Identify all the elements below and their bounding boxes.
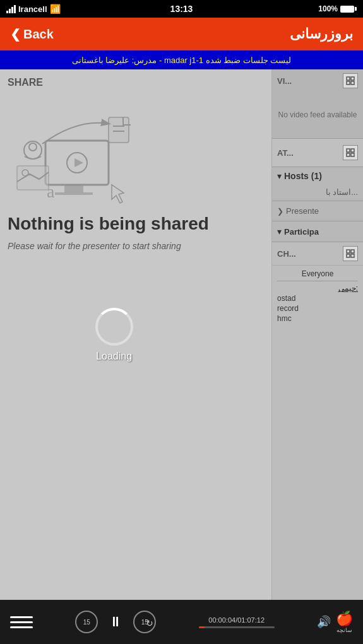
svg-marker-4 [74,158,83,167]
status-bar: Irancell 📶 13:13 100% [0,0,363,18]
presenter-section[interactable]: ❯ Presente [272,201,363,221]
total-time: 01:07:12 [237,616,265,624]
svg-rect-2 [55,192,93,195]
host-name: ...استاد با [272,185,363,201]
forward-button[interactable]: ↻ 15 [133,611,156,633]
chat-section: CH... Everyone :حیمی ostad record hmc [272,242,363,600]
progress-track[interactable] [199,626,275,628]
chat-msg-hmc: hmc [277,314,358,323]
presenter-label: Presente [286,206,319,216]
back-button[interactable]: ❮ Back [10,26,54,42]
back-chevron-icon: ❮ [10,26,21,42]
at-expand-icon [346,148,355,157]
chat-expand-icon [346,249,355,258]
bottom-toolbar: 15 ⏸ ↻ 15 00:00:04/01:07:12 🔊 🍎 سانچه [0,600,363,644]
share-illustration: a [8,93,140,207]
rewind-button[interactable]: 15 [75,611,98,633]
video-label: VI... [277,76,292,86]
loading-text: Loading [96,351,132,362]
video-expand-button[interactable] [343,73,358,88]
loading-spinner [95,308,133,346]
svg-rect-19 [351,149,354,152]
header-title: بروزرسانی [290,26,353,42]
hosts-section: ▾ Hosts (1) ...استاد با [272,167,363,201]
logo-text: سانچه [336,627,352,633]
signal-icon [6,4,16,13]
at-label: AT... [277,148,294,158]
header: ❮ Back بروزرسانی [0,18,363,50]
menu-line-3 [10,626,33,628]
battery-percent: 100% [318,4,338,13]
at-expand-button[interactable] [343,145,358,160]
time-display: 00:00:04/01:07:12 [208,616,265,624]
no-video-text: No video feed available [272,92,363,138]
svg-rect-10 [17,166,49,190]
svg-rect-24 [347,254,350,257]
rewind-label: 15 [83,619,90,626]
participants-collapse-icon: ▾ [277,226,282,237]
svg-rect-14 [347,77,350,80]
progress-fill [199,626,205,628]
svg-rect-23 [351,250,354,253]
chat-messages: Everyone :حیمی ostad record hmc [272,266,363,600]
loading-overlay: Loading [95,308,133,362]
chat-label: CH... [277,249,296,259]
chat-msg-ostad: ostad [277,294,358,303]
nothing-being-shared-text: Nothing is being shared [8,213,209,235]
menu-button[interactable] [10,611,33,633]
pause-button[interactable]: ⏸ [104,611,127,633]
video-section: VI... No video feed available [272,69,363,139]
pause-icon: ⏸ [109,614,122,630]
carrier-label: Irancell [18,4,47,14]
logo-icon: 🍎 [336,611,353,627]
status-time: 13:13 [170,4,193,14]
menu-line-1 [10,616,33,618]
svg-point-9 [29,143,37,151]
status-right: 100% [318,4,357,13]
wait-text: Please wait for the presenter to start s… [8,241,181,251]
chat-everyone-label: Everyone [277,269,358,281]
expand-icon [346,76,355,85]
svg-rect-22 [347,250,350,253]
at-section: AT... [272,139,363,167]
hosts-collapse-icon: ▾ [277,171,282,181]
svg-rect-1 [64,185,83,192]
svg-rect-5 [109,117,129,143]
svg-rect-15 [351,77,354,80]
right-icons: 🔊 🍎 سانچه [317,611,353,633]
share-panel: SHARE a [0,69,271,600]
status-left: Irancell 📶 [6,4,61,14]
banner-text: لیست جلسات ضبط شده madar j1-1 - مدرس: عل… [72,56,292,65]
right-panel: VI... No video feed available AT... [271,69,363,600]
svg-rect-25 [351,254,354,257]
chat-msg-record: record [277,304,358,313]
banner: لیست جلسات ضبط شده madar j1-1 - مدرس: عل… [0,50,363,69]
participants-section[interactable]: ▾ Participa [272,221,363,242]
chat-user-haymi: :حیمی [277,284,358,293]
playback-controls: 15 ⏸ ↻ 15 [75,611,156,633]
current-time: 00:00:04 [208,616,235,624]
back-label: Back [23,27,54,42]
volume-icon[interactable]: 🔊 [317,615,331,629]
svg-rect-21 [351,153,354,156]
svg-text:a: a [47,182,55,201]
hosts-header[interactable]: ▾ Hosts (1) [272,167,363,185]
forward-label: ↻ 15 [141,619,148,626]
content-area: SHARE a [0,69,363,600]
battery-icon [340,6,357,13]
svg-rect-20 [347,153,350,156]
logo-area: 🍎 سانچه [336,611,353,633]
participants-label: Participa [284,227,319,237]
chat-header: CH... [272,242,363,266]
svg-rect-17 [351,81,354,85]
presenter-expand-icon: ❯ [277,207,283,216]
time-bar: 00:00:04/01:07:12 [199,616,275,628]
share-label: SHARE [8,77,43,88]
svg-rect-16 [347,81,350,85]
menu-line-2 [10,621,33,623]
wifi-icon: 📶 [50,4,61,14]
video-header: VI... [272,69,363,92]
chat-expand-button[interactable] [343,246,358,261]
svg-rect-18 [347,149,350,152]
hosts-title: Hosts (1) [284,171,322,181]
